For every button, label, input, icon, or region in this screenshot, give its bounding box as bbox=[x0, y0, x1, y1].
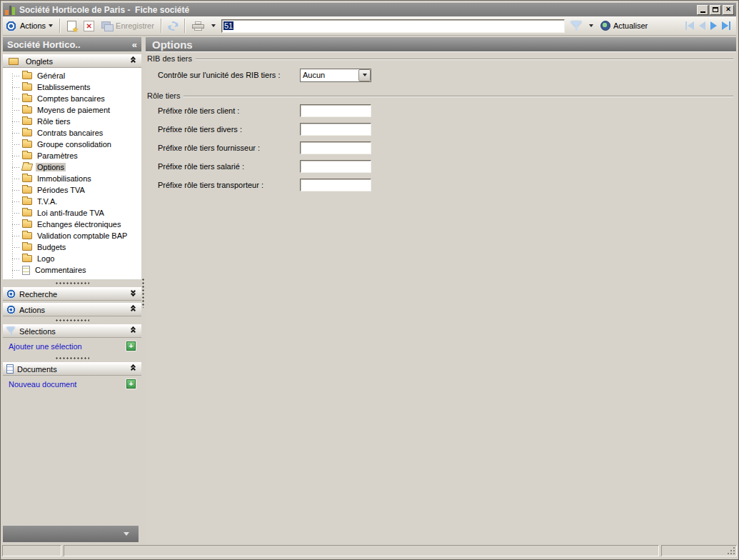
add-selection-plus-icon[interactable]: + bbox=[126, 341, 136, 351]
tree-item[interactable]: Options bbox=[3, 161, 141, 173]
page-title: Options bbox=[152, 39, 193, 51]
status-bar bbox=[2, 544, 737, 557]
tree-item[interactable]: Paramètres bbox=[3, 150, 141, 161]
chevron-double-up-icon[interactable] bbox=[130, 327, 138, 335]
panel-splitter-handle[interactable] bbox=[3, 354, 141, 362]
toolbar-separator bbox=[59, 19, 61, 33]
tree-item-label: Groupe consolidation bbox=[36, 140, 113, 149]
tree-item[interactable]: Général bbox=[3, 70, 141, 81]
form-row: Préfixe rôle tiers divers : bbox=[147, 121, 733, 137]
chevron-down-icon bbox=[211, 24, 216, 27]
actions-menu-button[interactable]: Actions bbox=[16, 18, 56, 34]
resize-grip[interactable] bbox=[727, 546, 735, 555]
first-record-button[interactable] bbox=[685, 20, 694, 31]
folder-icon bbox=[22, 106, 32, 114]
refresh-button[interactable] bbox=[165, 18, 181, 34]
sidebar-header[interactable]: Société Hortico.. « bbox=[3, 37, 141, 51]
save-button[interactable]: Enregistrer bbox=[98, 18, 158, 34]
document-add-row: Nouveau document + bbox=[3, 376, 141, 392]
panel-splitter-handle[interactable] bbox=[3, 279, 141, 287]
tree-item[interactable]: Commentaires bbox=[3, 264, 141, 276]
tree-item[interactable]: Budgets bbox=[3, 241, 141, 253]
close-icon: ✕ bbox=[725, 6, 731, 13]
tree-item[interactable]: Echanges électroniques bbox=[3, 219, 141, 230]
tree-item[interactable]: Validation comptable BAP bbox=[3, 230, 141, 241]
next-record-button[interactable] bbox=[710, 20, 717, 31]
print-options-button[interactable] bbox=[208, 18, 219, 34]
panel-splitter-handle[interactable] bbox=[3, 316, 141, 324]
add-selection-link[interactable]: Ajouter une sélection bbox=[9, 342, 82, 351]
combo-dropdown-button[interactable] bbox=[358, 69, 371, 81]
panel-header-selections[interactable]: Sélections bbox=[3, 324, 141, 338]
print-button[interactable] bbox=[188, 18, 208, 34]
role-tiers-rows: Préfixe rôle tiers client : Préfixe rôle… bbox=[147, 103, 733, 193]
tree-item[interactable]: Rôle tiers bbox=[3, 116, 141, 127]
new-document-link[interactable]: Nouveau document bbox=[9, 380, 76, 389]
documents-label: Documents bbox=[17, 365, 57, 374]
delete-record-button[interactable]: ✕ bbox=[80, 18, 98, 34]
folder-open-icon bbox=[21, 164, 33, 171]
selection-add-row: Ajouter une sélection + bbox=[3, 338, 141, 354]
prefix-role-input[interactable] bbox=[300, 141, 371, 154]
next-icon bbox=[710, 21, 717, 30]
panel-header-actions[interactable]: Actions bbox=[3, 303, 141, 316]
chevron-double-up-icon[interactable] bbox=[130, 57, 138, 65]
folder-icon bbox=[22, 152, 32, 159]
filter-options-button[interactable] bbox=[585, 18, 597, 34]
new-record-button[interactable]: ★ bbox=[64, 18, 80, 34]
maximize-button[interactable] bbox=[710, 5, 721, 15]
tree-item[interactable]: Moyens de paiement bbox=[3, 104, 141, 116]
tree-item[interactable]: Logo bbox=[3, 253, 141, 264]
panel-header-documents[interactable]: Documents bbox=[3, 362, 141, 376]
last-icon bbox=[722, 21, 728, 30]
tree-item[interactable]: Comptes bancaires bbox=[3, 93, 141, 104]
tree-item[interactable]: Etablissements bbox=[3, 81, 141, 93]
actualiser-button[interactable]: Actualiser bbox=[597, 18, 651, 34]
minimize-button[interactable] bbox=[697, 5, 708, 15]
chevron-double-up-icon[interactable] bbox=[130, 365, 138, 373]
folder-icon bbox=[22, 232, 32, 239]
tree-item[interactable]: Immobilisations bbox=[3, 173, 141, 184]
prefix-role-input[interactable] bbox=[300, 160, 371, 173]
prefix-role-label: Préfixe rôle tiers fournisseur : bbox=[158, 144, 300, 152]
last-record-button[interactable] bbox=[722, 20, 730, 31]
tree-item[interactable]: Loi anti-fraude TVA bbox=[3, 207, 141, 219]
document-icon bbox=[6, 364, 14, 374]
prefix-role-input[interactable] bbox=[300, 179, 371, 191]
splitter-handle[interactable] bbox=[142, 278, 144, 308]
group-rib-des-tiers: RIB des tiers bbox=[147, 54, 733, 63]
panel-header-onglets[interactable]: Onglets bbox=[3, 54, 141, 68]
rib-unicity-select[interactable]: Aucun bbox=[300, 69, 371, 82]
folder-icon bbox=[22, 186, 32, 194]
tree-item-label: T.V.A. bbox=[36, 197, 59, 206]
close-button[interactable]: ✕ bbox=[723, 5, 734, 15]
previous-record-button[interactable] bbox=[699, 20, 705, 31]
first-icon bbox=[685, 21, 687, 30]
tree-item[interactable]: Groupe consolidation bbox=[3, 139, 141, 150]
tree-item-label: Commentaires bbox=[34, 266, 88, 274]
record-number-input[interactable]: 51 bbox=[221, 19, 565, 33]
actualiser-icon bbox=[600, 21, 610, 31]
prefix-role-input[interactable] bbox=[300, 123, 371, 136]
tree-item-label: Logo bbox=[36, 254, 56, 263]
recherche-bullseye-icon bbox=[6, 289, 16, 299]
tree-item[interactable]: Périodes TVA bbox=[3, 184, 141, 196]
filter-button[interactable] bbox=[567, 18, 585, 34]
panel-header-recherche[interactable]: Recherche bbox=[3, 287, 141, 301]
app-logo-icon bbox=[5, 5, 16, 15]
tree-item[interactable]: T.V.A. bbox=[3, 196, 141, 207]
chevron-double-up-icon[interactable] bbox=[130, 306, 138, 314]
group-divider bbox=[196, 59, 733, 60]
collapse-sidebar-icon[interactable]: « bbox=[132, 39, 137, 50]
tree-item-label: Moyens de paiement bbox=[36, 106, 111, 114]
record-navigation bbox=[685, 20, 733, 31]
prefix-role-input[interactable] bbox=[300, 104, 371, 117]
tree-item[interactable]: Contrats bancaires bbox=[3, 127, 141, 139]
chevron-double-down-icon[interactable] bbox=[130, 290, 138, 298]
collapsed-panel-bar[interactable] bbox=[3, 526, 139, 542]
group-role-tiers: Rôle tiers bbox=[147, 91, 733, 100]
group-title: RIB des tiers bbox=[147, 54, 192, 63]
new-document-plus-icon[interactable]: + bbox=[126, 379, 136, 389]
sidebar: Société Hortico.. « Onglets Général bbox=[3, 37, 141, 544]
recherche-label: Recherche bbox=[19, 290, 57, 299]
